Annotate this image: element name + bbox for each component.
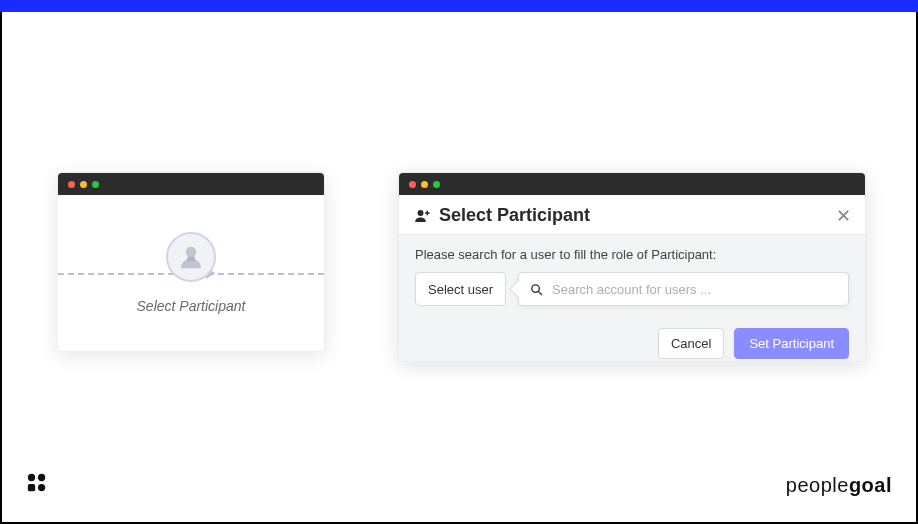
modal-instruction: Please search for a user to fill the rol… — [415, 247, 849, 262]
user-icon — [176, 242, 206, 272]
svg-line-3 — [538, 291, 541, 294]
logo-dots-icon — [26, 472, 48, 494]
window-close-dot[interactable] — [68, 181, 75, 188]
window-close-dot[interactable] — [409, 181, 416, 188]
svg-point-7 — [38, 484, 45, 491]
search-row: Select user — [415, 272, 849, 306]
cancel-button[interactable]: Cancel — [658, 328, 724, 359]
top-accent-bar — [0, 0, 918, 12]
brand-wordmark: peoplegoal — [786, 474, 892, 497]
window-minimize-dot[interactable] — [421, 181, 428, 188]
window-title-bar — [58, 173, 324, 195]
set-participant-button[interactable]: Set Participant — [734, 328, 849, 359]
svg-rect-6 — [28, 484, 35, 491]
window-zoom-dot[interactable] — [433, 181, 440, 188]
select-user-button[interactable]: Select user — [415, 272, 506, 306]
stage: Select Participant Select Participant ✕ — [0, 12, 918, 524]
workflow-step-card: Select Participant — [57, 172, 325, 352]
modal-body: Please search for a user to fill the rol… — [399, 235, 865, 318]
select-participant-modal: Select Participant ✕ Please search for a… — [398, 172, 866, 362]
workflow-step-label: Select Participant — [137, 298, 246, 314]
window-title-bar — [399, 173, 865, 195]
footer-logo-mark — [26, 472, 48, 498]
search-input[interactable] — [552, 273, 838, 305]
close-icon[interactable]: ✕ — [836, 207, 851, 225]
brand-part2: goal — [849, 474, 892, 496]
user-search-field[interactable] — [518, 272, 849, 306]
svg-point-5 — [38, 474, 45, 481]
participant-avatar-placeholder[interactable] — [166, 232, 216, 282]
svg-point-0 — [186, 247, 197, 258]
modal-header: Select Participant ✕ — [399, 195, 865, 235]
svg-rect-1 — [187, 256, 195, 261]
workflow-step-body: Select Participant — [58, 195, 324, 351]
brand-part1: people — [786, 474, 849, 496]
modal-footer: Cancel Set Participant — [399, 318, 865, 373]
page-footer: peoplegoal — [26, 472, 892, 498]
modal-inner: Select Participant ✕ Please search for a… — [399, 195, 865, 361]
modal-title: Select Participant — [439, 205, 590, 226]
window-minimize-dot[interactable] — [80, 181, 87, 188]
add-user-icon — [413, 207, 431, 225]
svg-point-4 — [28, 474, 35, 481]
window-zoom-dot[interactable] — [92, 181, 99, 188]
search-icon — [529, 282, 544, 297]
